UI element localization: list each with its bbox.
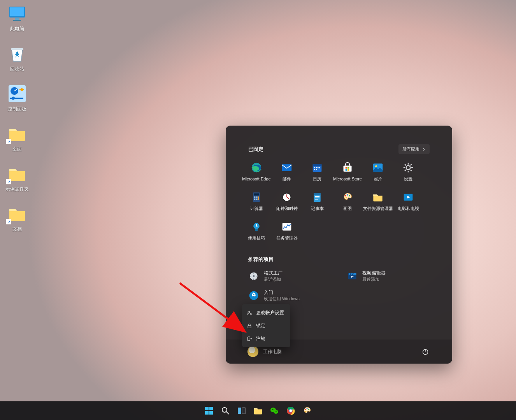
pinned-app-store[interactable]: Microsoft Store [332, 162, 363, 181]
pinned-app-label: Microsoft Store [333, 177, 362, 181]
pinned-app-label: 任务管理器 [276, 236, 298, 240]
desktop-icon-label: 桌面 [12, 146, 22, 152]
photos-icon [372, 162, 384, 173]
calculator-icon [251, 191, 262, 203]
recommended-grid: 格式工厂 最近添加 视频编辑器 最近添加 入门 欢迎使用 Windows [248, 270, 430, 302]
chevron-right-icon [422, 147, 426, 151]
menu-change-account[interactable]: 更改帐户设置 [242, 306, 290, 319]
pinned-app-tips[interactable]: 使用技巧 [241, 221, 272, 240]
pinned-app-paint[interactable]: 画图 [332, 191, 363, 211]
thispc-icon [7, 4, 28, 23]
taskbar-search-button[interactable] [219, 405, 231, 416]
mail-icon [281, 162, 293, 173]
user-account-menu: 更改帐户设置 锁定 注销 [242, 304, 290, 347]
pinned-app-calendar[interactable]: 日历 [302, 162, 332, 181]
desktop-icon-label: 此电脑 [10, 26, 24, 32]
desktop-icon-recycle-bin[interactable]: 回收站 [2, 44, 33, 72]
folder-icon [372, 191, 384, 203]
pinned-app-edge[interactable]: Microsoft Edge [241, 162, 272, 181]
shortcut-overlay-icon: ↗ [6, 179, 11, 184]
desktop-icon-docs-fold[interactable]: ↗ 文档 [2, 204, 33, 233]
pinned-app-label: 文件资源管理器 [363, 206, 393, 211]
taskbar-taskview-button[interactable] [236, 405, 247, 416]
chrome-icon [286, 406, 295, 415]
user-account-button[interactable]: 工作电脑 [247, 346, 282, 357]
winlogo-icon [204, 406, 214, 415]
power-button[interactable] [420, 346, 430, 357]
sign-out-icon [247, 336, 252, 341]
pinned-app-label: 闹钟和时钟 [276, 206, 298, 211]
folder-icon: ↗ [7, 164, 28, 184]
taskview-icon [237, 406, 246, 415]
recommended-sub: 欢迎使用 Windows [264, 296, 300, 302]
menu-lock[interactable]: 锁定 [242, 319, 290, 332]
notepad-icon [311, 191, 323, 203]
edge-icon [251, 162, 262, 173]
desktop-icon-label: 文档 [12, 226, 22, 233]
gear-cd-icon [248, 271, 259, 282]
shortcut-overlay-icon: ↗ [6, 219, 11, 224]
taskbar-explorer-button[interactable] [252, 405, 264, 416]
lock-icon [247, 323, 252, 329]
pinned-app-label: 设置 [404, 177, 412, 181]
pinned-apps-grid: Microsoft Edge 邮件 日历 Microsoft Store 照片 … [241, 162, 430, 240]
pinned-app-notepad[interactable]: 记事本 [302, 191, 332, 211]
clock-icon [281, 191, 293, 203]
desktop-icon-sample-fold[interactable]: ↗ 示例文件夹 [2, 164, 33, 192]
taskbar-chrome-button[interactable] [285, 405, 297, 416]
desktop-icons: 此电脑 回收站 控制面板 ↗ 桌面 ↗ 示例文件夹 ↗ 文档 [2, 4, 33, 233]
pinned-app-label: Microsoft Edge [242, 177, 270, 181]
desktop-icon-desktop-fold[interactable]: ↗ 桌面 [2, 124, 33, 152]
calendar-icon [311, 162, 323, 173]
gear-icon [402, 162, 414, 173]
movies-icon [402, 191, 414, 203]
pinned-app-settings[interactable]: 设置 [393, 162, 423, 181]
taskbar-wechat-button[interactable] [269, 405, 280, 416]
all-apps-button[interactable]: 所有应用 [398, 144, 430, 154]
recommended-item-getstarted[interactable]: 入门 欢迎使用 Windows [248, 289, 331, 302]
recommended-item-videoeditor[interactable]: 视频编辑器 最近添加 [347, 270, 430, 282]
controlpanel-icon [7, 84, 28, 103]
pinned-app-taskmgr[interactable]: 任务管理器 [272, 221, 302, 240]
recommended-name: 入门 [264, 289, 300, 296]
desktop-icon-label: 控制面板 [8, 106, 26, 112]
pinned-app-movies[interactable]: 电影和电视 [393, 191, 423, 211]
user-name: 工作电脑 [263, 348, 282, 355]
desktop-icon-control-panel[interactable]: 控制面板 [2, 84, 33, 112]
paint-icon [342, 191, 353, 203]
folder-icon: ↗ [7, 204, 28, 224]
pinned-app-label: 照片 [374, 177, 382, 181]
pinned-app-label: 使用技巧 [248, 236, 265, 240]
pinned-app-label: 计算器 [250, 206, 263, 211]
pinned-app-label: 邮件 [283, 177, 291, 181]
pinned-app-label: 记事本 [311, 206, 324, 211]
folder-icon [253, 406, 263, 415]
clapper-icon [347, 271, 358, 282]
pinned-title: 已固定 [248, 146, 263, 153]
menu-sign-out[interactable]: 注销 [242, 332, 290, 345]
user-gear-icon [247, 310, 252, 316]
taskbar-start-button[interactable] [203, 405, 215, 416]
taskmgr-icon [281, 221, 293, 233]
pinned-app-explorer[interactable]: 文件资源管理器 [363, 191, 393, 211]
bulb-icon [251, 221, 262, 233]
taskbar [0, 401, 516, 420]
recommended-title: 推荐的项目 [248, 256, 430, 263]
desktop-icon-this-pc[interactable]: 此电脑 [2, 4, 33, 32]
pinned-app-calc[interactable]: 计算器 [241, 191, 272, 211]
taskbar-paint-button[interactable] [301, 405, 313, 416]
recommended-item-formatfactory[interactable]: 格式工厂 最近添加 [248, 270, 331, 282]
pinned-app-label: 电影和电视 [398, 206, 419, 211]
store-icon [342, 162, 353, 173]
recommended-name: 视频编辑器 [362, 270, 386, 276]
recyclebin-icon [7, 44, 28, 63]
folder-icon: ↗ [7, 124, 28, 144]
pinned-app-mail[interactable]: 邮件 [272, 162, 302, 181]
magnify-icon [221, 406, 230, 415]
pinned-app-label: 画图 [343, 206, 352, 211]
recommended-sub: 最近添加 [264, 276, 283, 282]
pinned-app-clock[interactable]: 闹钟和时钟 [272, 191, 302, 211]
recommended-name: 格式工厂 [264, 270, 283, 276]
pinned-app-photos[interactable]: 照片 [363, 162, 393, 181]
user-avatar-icon [247, 346, 258, 357]
